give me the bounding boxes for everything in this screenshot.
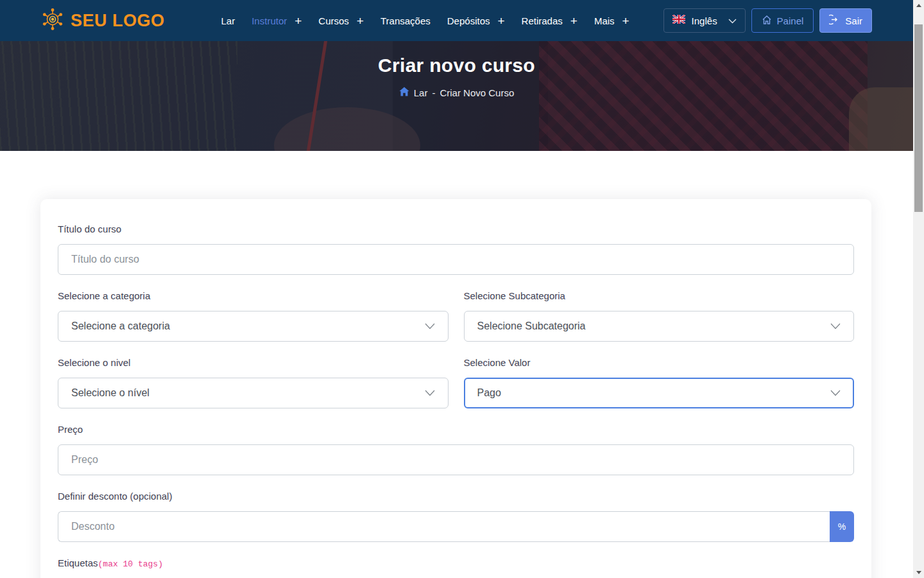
subcategory-group: Selecione Subcategoria Selecione Subcate… [464, 290, 855, 342]
uk-flag-icon [672, 15, 685, 26]
level-label: Selecione o nivel [58, 357, 449, 368]
chevron-down-icon [425, 387, 435, 399]
logout-button-label: Sair [845, 15, 862, 26]
chevron-down-icon [830, 320, 841, 332]
nav-link-lar[interactable]: Lar [221, 15, 235, 26]
home-icon [762, 15, 772, 27]
home-icon [399, 87, 409, 98]
level-group: Selecione o nivel Selecione o nível [58, 357, 449, 408]
page-title: Criar novo curso [0, 55, 913, 76]
nav-item-retiradas[interactable]: Retiradas + [522, 15, 578, 27]
nav-menu: Lar Instrutor + Cursos + Transações Depó… [221, 15, 629, 27]
nav-link-transacoes[interactable]: Transações [381, 15, 431, 26]
logout-button[interactable]: Sair [819, 8, 872, 33]
level-row: Selecione o nivel Selecione o nível Sele… [58, 357, 854, 424]
category-select-value: Selecione a categoria [71, 320, 170, 332]
paid-group: Selecione Valor Pago [464, 357, 855, 408]
navbar-right: Inglês Painel [663, 8, 872, 33]
breadcrumb-separator: - [432, 87, 435, 98]
nav-item-lar[interactable]: Lar [221, 15, 235, 26]
main-content: Título do curso Selecione a categoria Se… [0, 199, 913, 578]
tags-label: Etiquetas(max 10 tags) [58, 557, 854, 569]
tags-label-text: Etiquetas [58, 557, 98, 568]
subcategory-select-value: Selecione Subcategoria [477, 320, 586, 332]
discount-label: Definir desconto (opcional) [58, 491, 854, 502]
logo-icon [40, 6, 65, 35]
nav-link-instrutor[interactable]: Instrutor [252, 15, 287, 26]
plus-icon[interactable]: + [497, 15, 504, 27]
level-select-value: Selecione o nível [71, 387, 150, 399]
hero-banner: Criar novo curso Lar - Criar Novo Curso [0, 41, 913, 151]
level-select[interactable]: Selecione o nível [58, 378, 449, 408]
discount-input-group: % [58, 511, 854, 542]
nav-link-cursos[interactable]: Cursos [318, 15, 349, 26]
navbar: SEU LOGO Lar Instrutor + Cursos + Transa… [0, 0, 913, 41]
tags-max-hint: (max 10 tags) [98, 559, 163, 569]
create-course-form-card: Título do curso Selecione a categoria Se… [40, 199, 871, 578]
plus-icon[interactable]: + [622, 15, 629, 27]
price-input[interactable] [58, 444, 854, 475]
logo-text: SEU LOGO [71, 11, 165, 31]
language-selector[interactable]: Inglês [663, 8, 746, 33]
plus-icon[interactable]: + [295, 15, 302, 27]
page: SEU LOGO Lar Instrutor + Cursos + Transa… [0, 0, 913, 578]
nav-item-cursos[interactable]: Cursos + [318, 15, 364, 27]
chevron-down-icon [728, 15, 737, 26]
subcategory-select[interactable]: Selecione Subcategoria [464, 311, 855, 342]
nav-link-mais[interactable]: Mais [594, 15, 615, 26]
subcategory-label: Selecione Subcategoria [464, 290, 855, 301]
percent-addon: % [830, 511, 854, 542]
discount-input[interactable] [58, 511, 830, 542]
breadcrumb-current: Criar Novo Curso [440, 87, 514, 98]
category-group: Selecione a categoria Selecione a catego… [58, 290, 449, 342]
language-label: Inglês [692, 15, 717, 26]
vertical-scrollbar[interactable] [913, 0, 924, 578]
nav-link-depositos[interactable]: Depósitos [447, 15, 490, 26]
nav-link-retiradas[interactable]: Retiradas [522, 15, 563, 26]
category-select[interactable]: Selecione a categoria [58, 311, 449, 342]
nav-item-depositos[interactable]: Depósitos + [447, 15, 505, 27]
tags-group: Etiquetas(max 10 tags) [58, 557, 854, 578]
plus-icon[interactable]: + [357, 15, 364, 27]
price-label: Preço [58, 424, 854, 435]
chevron-down-icon [425, 320, 435, 332]
nav-item-transacoes[interactable]: Transações [381, 15, 431, 26]
category-label: Selecione a categoria [58, 290, 449, 301]
hero-content: Criar novo curso Lar - Criar Novo Curso [0, 41, 913, 98]
logo[interactable]: SEU LOGO [40, 6, 165, 35]
paid-select[interactable]: Pago [464, 378, 855, 408]
paid-label: Selecione Valor [464, 357, 855, 368]
paid-select-value: Pago [477, 387, 501, 399]
scrollbar-down-arrow[interactable] [913, 567, 924, 578]
breadcrumb-home-link[interactable]: Lar [414, 87, 428, 98]
course-title-group: Título do curso [58, 223, 854, 275]
plus-icon[interactable]: + [570, 15, 578, 27]
chevron-down-icon [830, 387, 841, 399]
panel-button[interactable]: Painel [751, 8, 814, 33]
scrollbar-up-arrow[interactable] [913, 0, 924, 11]
nav-item-mais[interactable]: Mais + [594, 15, 629, 27]
logout-icon [829, 14, 840, 27]
course-title-input[interactable] [58, 244, 854, 275]
breadcrumb: Lar - Criar Novo Curso [0, 87, 913, 98]
category-row: Selecione a categoria Selecione a catego… [58, 290, 854, 357]
panel-button-label: Painel [777, 15, 804, 26]
scrollbar-thumb[interactable] [914, 24, 923, 212]
course-title-label: Título do curso [58, 223, 854, 234]
price-group: Preço [58, 424, 854, 475]
nav-item-instrutor[interactable]: Instrutor + [252, 15, 302, 27]
discount-group: Definir desconto (opcional) % [58, 491, 854, 542]
